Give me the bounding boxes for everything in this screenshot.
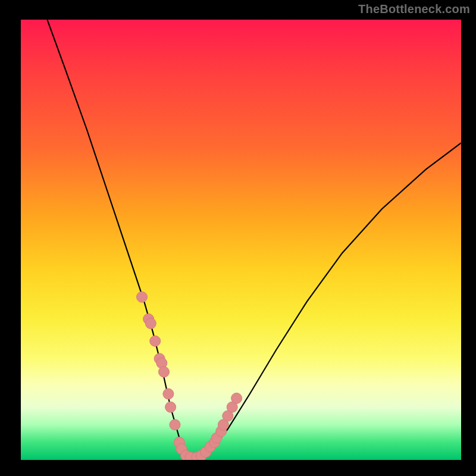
plot-area	[21, 20, 461, 460]
marker-group	[137, 292, 242, 460]
marker-point	[150, 336, 161, 346]
marker-point	[163, 389, 174, 399]
watermark-text: TheBottleneck.com	[358, 2, 470, 16]
marker-point	[145, 318, 156, 329]
marker-point	[165, 402, 176, 412]
chart-svg	[21, 20, 461, 460]
marker-point	[137, 292, 148, 302]
outer-frame: TheBottleneck.com	[0, 0, 476, 476]
marker-point	[170, 419, 180, 430]
curve-group	[47, 20, 461, 458]
marker-point	[159, 367, 170, 377]
bottleneck-curve	[47, 20, 461, 458]
marker-point	[231, 393, 242, 403]
